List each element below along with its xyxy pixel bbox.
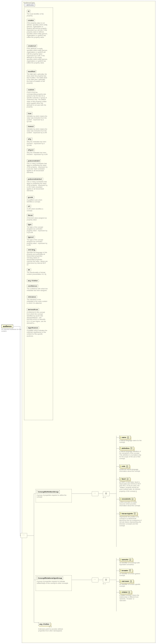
connector [20, 536, 21, 536]
attribute-description: The type of the concept assigned as cont… [27, 239, 48, 246]
element-note: note+ [119, 464, 130, 468]
element-name: remoteInfo [122, 498, 131, 500]
attribute-description: If the attribute is empty, specifies whi… [27, 48, 48, 64]
element-annotation: A natural language name for the concept. [119, 440, 142, 443]
attribute-custom: customIf set to true the corresponding p… [27, 88, 48, 108]
expand-icon[interactable]: + [134, 512, 136, 514]
expand-icon[interactable]: + [126, 466, 128, 467]
connector [116, 558, 116, 611]
connector [116, 581, 119, 582]
expand-icon[interactable]: + [128, 591, 130, 593]
expand-icon[interactable]: + [129, 570, 131, 571]
attribute-creator: creatorIf the property value is not defi… [27, 19, 48, 38]
expand-icon[interactable]: + [127, 478, 128, 480]
attribute-name: uri [27, 205, 31, 208]
connector [110, 494, 116, 494]
attribute-description: A URI which identifies a concept. [27, 208, 48, 212]
attribute-description: Specifies the language of this property … [27, 252, 48, 266]
concept-relationships-group: ConceptRelationshipsGroup A group of pro… [36, 575, 72, 591]
element-annotation: A related concept, where the relationshi… [119, 594, 142, 602]
attribute-name: derivedfrom [27, 308, 39, 311]
connector [116, 592, 119, 592]
connector [27, 536, 34, 536]
connector [116, 436, 116, 547]
root-sequence [21, 533, 27, 538]
element-annotation: A link to an item or a web resource whic… [119, 501, 142, 506]
element-name: note [122, 465, 125, 467]
relationships-choice [103, 578, 110, 582]
element-name: related [122, 591, 127, 593]
attribute-modified: modifiedThe date (and, optionally, the t… [27, 70, 48, 84]
element-related: related+ [119, 590, 132, 594]
attribute-name: typeuri [27, 236, 35, 238]
attributes-box: attributes [24, 4, 35, 6]
expand-icon[interactable]: + [130, 580, 132, 582]
connector [98, 580, 103, 580]
attribute-description: Why the metadata has been included - exp… [27, 152, 48, 156]
element-name: facet [122, 478, 126, 480]
connector [116, 438, 119, 438]
any-label: any ##other [39, 623, 49, 625]
attribute-pubconstrainturi: pubconstrainturiOne or many constraints … [27, 178, 48, 192]
connector [34, 494, 34, 622]
element-name: sameAs [122, 559, 128, 561]
connector [72, 580, 92, 580]
element-broader: broader+ [119, 569, 132, 572]
expand-icon[interactable]: + [130, 447, 132, 449]
relationships-sequence [92, 578, 98, 582]
any-other-annotation: Extension point for provider-defined pro… [38, 628, 65, 632]
attribute-name: pubconstrainturi [27, 178, 43, 180]
element-annotation: A natural language definition of the sem… [119, 450, 142, 460]
element-annotation: Additional natural language information … [119, 468, 142, 472]
element-name: narrower [122, 580, 129, 582]
attribute-creatoruri: creatoruriIf the attribute is empty, spe… [27, 44, 48, 64]
group-name: ConceptRelationshipsGroup [37, 576, 63, 580]
attribute-description: If the property value is not defined, sp… [27, 22, 48, 38]
expand-icon[interactable]: + [127, 436, 129, 438]
attribute-name: custom [27, 88, 35, 91]
element-remoteInfo: remoteInfo+ [119, 497, 135, 500]
connector [110, 580, 116, 580]
attribute-description: Indicates by which means the value was e… [27, 115, 48, 122]
occurs-label: 0..∞ [103, 583, 106, 584]
attribute-type: typeThe type of the concept assigned as … [27, 223, 48, 234]
element-name: broader [122, 570, 128, 572]
definition-choice [103, 491, 110, 496]
expand-icon[interactable]: + [132, 498, 133, 500]
attribute-name: significance [27, 326, 39, 329]
element-hierarchyInfo: hierarchyInfo+ [119, 512, 137, 515]
connector [34, 494, 36, 494]
audience-annotation: An intended audience for the content. [1, 328, 21, 332]
attribute-name: modified [27, 70, 36, 73]
attribute-relevance: relevanceThe relevance of the metadata t… [27, 296, 48, 304]
attribute-whyuri: whyuriWhy the metadata has been included… [27, 148, 48, 156]
attribute-name: xml:lang [27, 248, 36, 251]
attribute-description: One or many constraints that apply to pu… [27, 181, 48, 192]
connector [116, 514, 119, 514]
attribute-name: pubconstraint [27, 160, 41, 162]
attribute-derivedfrom: derivedfromA reference to the concept fr… [27, 308, 48, 324]
connector [116, 479, 119, 479]
attribute-name: literal [27, 214, 34, 217]
attribute-dir: dirThe directionality of textual content… [27, 268, 48, 275]
occurs-label: 0..∞ [49, 626, 52, 628]
attribute-name: why [27, 138, 33, 140]
attribute-name: confidence [27, 284, 38, 288]
attribute-typeuri: typeuriThe type of the concept assigned … [27, 236, 48, 246]
element-sameAs: sameAs+ [119, 558, 133, 561]
attribute-description: The relevance of the metadata to the new… [27, 299, 48, 304]
element-annotation: Represents the position of a concept in … [119, 516, 142, 527]
attribute-why: whyWhy the metadata has been included - … [27, 138, 48, 146]
attribute-xml-lang: xml:langSpecifies the language of this p… [27, 248, 48, 266]
attribute-name: creatoruri [27, 44, 37, 47]
attribute-description: The directionality of textual content (e… [27, 272, 48, 275]
connector [34, 622, 38, 623]
element-annotation: An identifier of a more generic concept. [119, 573, 142, 576]
attribute-uri: uriA URI which identifies a concept. [27, 205, 48, 212]
attribute-howuri: howuriIndicates by which means the value… [27, 125, 48, 134]
attribute-name: any ##other [27, 279, 39, 282]
attribute-how: howIndicates by which means the value wa… [27, 112, 48, 122]
attribute-description: A free-text value assigned as property v… [27, 217, 48, 221]
expand-icon[interactable]: + [129, 559, 131, 561]
attribute-description: A qualified code which identifies a conc… [27, 199, 48, 203]
